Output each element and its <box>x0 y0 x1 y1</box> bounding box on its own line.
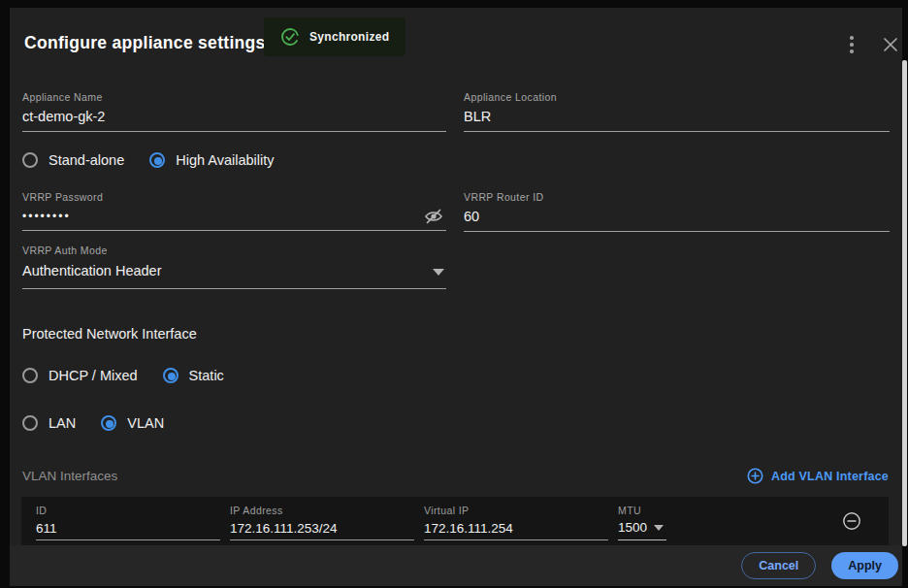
addressing-radio-group: DHCP / Mixed Static <box>22 368 224 383</box>
chevron-down-icon <box>433 269 444 276</box>
radio-dhcp-mixed-label: DHCP / Mixed <box>49 368 138 383</box>
appliance-name-field: Appliance Name <box>22 91 446 132</box>
appliance-location-label: Appliance Location <box>464 91 890 103</box>
vrrp-router-id-input[interactable] <box>464 207 890 232</box>
vlan-ip-input[interactable] <box>230 520 414 540</box>
vlan-ip-label: IP Address <box>230 505 414 516</box>
configure-appliance-dialog: Configure appliance settings Synchronize… <box>10 8 902 586</box>
vrrp-router-id-label: VRRP Router ID <box>464 191 890 203</box>
radio-vlan-label: VLAN <box>127 415 164 431</box>
radio-lan-label: LAN <box>49 415 76 431</box>
protected-network-title: Protected Network Interface <box>22 326 197 342</box>
radio-lan[interactable]: LAN <box>22 415 76 431</box>
vrrp-auth-mode-field: VRRP Auth Mode Authentication Header <box>22 245 446 289</box>
vlan-id-cell: ID <box>36 505 220 540</box>
lan-type-radio-group: LAN VLAN <box>22 415 164 431</box>
radio-high-availability-label: High Availability <box>176 152 274 168</box>
apply-button[interactable]: Apply <box>831 552 898 579</box>
radio-selected-icon <box>149 152 165 168</box>
dialog-title: Configure appliance settings <box>24 33 266 53</box>
status-badge-label: Synchronized <box>309 30 389 44</box>
close-icon[interactable] <box>879 33 902 56</box>
vlan-mtu-select[interactable]: 1500 <box>618 519 666 540</box>
vlan-virtual-ip-label: Virtual IP <box>424 505 608 516</box>
plus-circle-icon <box>747 468 763 484</box>
radio-circle-icon <box>22 368 38 383</box>
vlan-mtu-value: 1500 <box>618 520 647 535</box>
add-vlan-interface-label: Add VLAN Interface <box>771 470 889 483</box>
vlan-interface-row: ID IP Address Virtual IP MTU 1500 <box>21 497 889 545</box>
check-circle-icon <box>280 27 300 47</box>
appliance-location-field: Appliance Location <box>464 91 890 132</box>
appliance-location-input[interactable] <box>464 107 890 132</box>
vlan-id-input[interactable] <box>36 520 220 540</box>
radio-circle-icon <box>22 415 38 431</box>
vlan-section-header: VLAN Interfaces Add VLAN Interface <box>22 468 889 484</box>
radio-static-label: Static <box>189 368 224 383</box>
appliance-name-input[interactable] <box>22 107 446 132</box>
radio-high-availability[interactable]: High Availability <box>149 152 274 168</box>
vertical-scrollbar[interactable] <box>902 60 907 546</box>
vrrp-auth-mode-label: VRRP Auth Mode <box>22 245 446 256</box>
vrrp-password-label: VRRP Password <box>22 191 446 203</box>
sync-status-badge: Synchronized <box>264 17 405 56</box>
vlan-id-label: ID <box>36 505 220 516</box>
vrrp-password-field: VRRP Password <box>22 191 446 231</box>
vrrp-auth-mode-value: Authentication Header <box>22 263 162 278</box>
vlan-ip-cell: IP Address <box>230 505 414 540</box>
radio-stand-alone[interactable]: Stand-alone <box>22 152 124 168</box>
radio-stand-alone-label: Stand-alone <box>49 152 124 168</box>
radio-dhcp-mixed[interactable]: DHCP / Mixed <box>22 368 138 383</box>
add-vlan-interface-button[interactable]: Add VLAN Interface <box>747 468 889 484</box>
ha-mode-radio-group: Stand-alone High Availability <box>22 152 275 168</box>
more-options-icon[interactable] <box>842 30 861 59</box>
vlan-mtu-label: MTU <box>618 505 666 516</box>
vrrp-router-id-field: VRRP Router ID <box>464 191 890 232</box>
radio-vlan[interactable]: VLAN <box>101 415 164 431</box>
vlan-virtual-ip-input[interactable] <box>424 520 608 540</box>
radio-circle-icon <box>22 152 38 168</box>
vlan-section-title: VLAN Interfaces <box>22 469 117 483</box>
eye-off-icon[interactable] <box>423 208 444 225</box>
vlan-virtual-ip-cell: Virtual IP <box>424 505 608 540</box>
cancel-button[interactable]: Cancel <box>741 552 816 579</box>
appliance-name-label: Appliance Name <box>22 91 446 103</box>
vlan-mtu-cell: MTU 1500 <box>618 505 666 540</box>
radio-selected-icon <box>101 415 116 431</box>
radio-static[interactable]: Static <box>163 368 224 383</box>
chevron-down-icon <box>654 525 664 531</box>
remove-row-icon[interactable] <box>842 511 861 531</box>
radio-selected-icon <box>163 368 178 383</box>
vrrp-auth-mode-select[interactable]: Authentication Header <box>22 260 446 289</box>
dialog-footer: Cancel Apply <box>10 545 902 586</box>
vrrp-password-input[interactable] <box>22 208 446 231</box>
